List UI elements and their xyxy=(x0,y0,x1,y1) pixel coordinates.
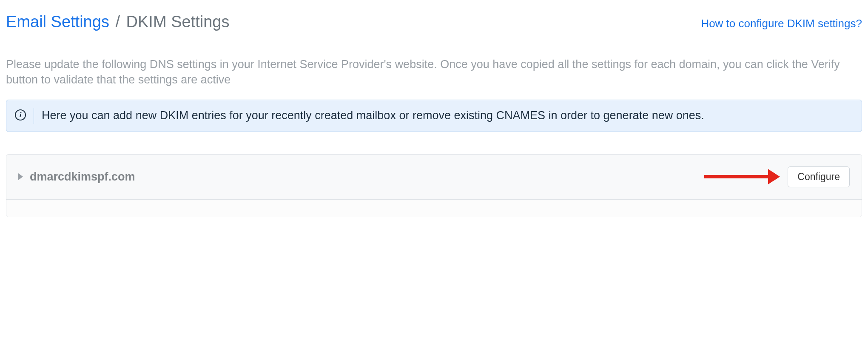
info-banner: i Here you can add new DKIM entries for … xyxy=(6,100,862,132)
page-description: Please update the following DNS settings… xyxy=(6,57,862,88)
domain-row[interactable]: dmarcdkimspf.com Configure xyxy=(6,155,862,200)
page-header: Email Settings / DKIM Settings How to co… xyxy=(6,13,862,31)
domain-row-right: Configure xyxy=(704,166,850,187)
info-banner-text: Here you can add new DKIM entries for yo… xyxy=(42,108,704,124)
help-link[interactable]: How to configure DKIM settings? xyxy=(701,17,862,30)
chevron-right-icon[interactable] xyxy=(18,173,23,180)
arrow-head-icon xyxy=(768,169,780,184)
breadcrumb-current: DKIM Settings xyxy=(126,13,230,31)
arrow-line xyxy=(704,175,768,178)
panel-spacer xyxy=(6,200,862,217)
configure-button[interactable]: Configure xyxy=(788,166,850,187)
breadcrumb: Email Settings / DKIM Settings xyxy=(6,13,229,31)
breadcrumb-parent-link[interactable]: Email Settings xyxy=(6,13,109,31)
domain-row-left: dmarcdkimspf.com xyxy=(18,170,135,183)
domain-panel: dmarcdkimspf.com Configure xyxy=(6,154,862,217)
breadcrumb-separator: / xyxy=(115,13,120,31)
arrow-annotation xyxy=(704,169,780,184)
info-divider xyxy=(34,108,34,124)
info-icon: i xyxy=(15,109,26,120)
domain-name: dmarcdkimspf.com xyxy=(30,170,135,183)
